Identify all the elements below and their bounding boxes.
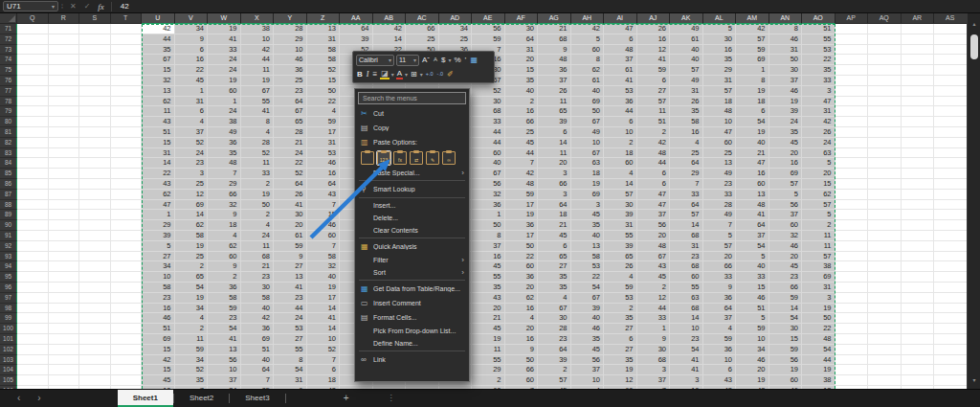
- cell-AH72[interactable]: 5: [571, 34, 605, 45]
- conditional-formatting-icon[interactable]: ▦: [469, 54, 479, 66]
- cell-AP100[interactable]: [835, 324, 869, 334]
- cell-AK72[interactable]: 61: [670, 34, 703, 45]
- menu-item-quick-analysis[interactable]: ▦Quick Analysis: [355, 239, 469, 254]
- cell-AN98[interactable]: 14: [769, 304, 803, 314]
- cell-S98[interactable]: [79, 304, 111, 314]
- cell-Q102[interactable]: [17, 345, 49, 355]
- cell-X82[interactable]: 28: [241, 138, 275, 148]
- cell-AN78[interactable]: 19: [769, 97, 803, 107]
- cell-R82[interactable]: [49, 138, 80, 148]
- row-header-96[interactable]: 96: [0, 283, 17, 293]
- cell-Q97[interactable]: [17, 293, 49, 304]
- cell-AN101[interactable]: 15: [769, 334, 803, 345]
- cell-W74[interactable]: 24: [208, 55, 241, 65]
- cell-AI74[interactable]: 37: [604, 55, 637, 65]
- cell-AG72[interactable]: 68: [538, 34, 571, 45]
- cell-R88[interactable]: [49, 200, 80, 211]
- cell-AH86[interactable]: 19: [571, 179, 605, 190]
- cell-AE91[interactable]: 8: [472, 231, 505, 241]
- menu-item-insert-comment[interactable]: ▭Insert Comment: [355, 296, 469, 310]
- cell-R101[interactable]: [49, 334, 80, 345]
- chevron-down-icon[interactable]: ▾: [420, 72, 423, 78]
- cell-AJ95[interactable]: 45: [637, 272, 671, 283]
- cell-S90[interactable]: [79, 220, 111, 231]
- cell-U75[interactable]: 15: [142, 65, 175, 76]
- cell-AP90[interactable]: [835, 220, 869, 231]
- cell-AQ99[interactable]: [868, 313, 902, 324]
- cell-AM101[interactable]: 10: [736, 334, 769, 345]
- cell-AP71[interactable]: [835, 24, 869, 34]
- cell-AQ97[interactable]: [868, 293, 902, 304]
- cell-AI72[interactable]: 6: [604, 34, 637, 45]
- cell-W93[interactable]: 60: [208, 252, 241, 262]
- cell-AK105[interactable]: 3: [670, 375, 703, 386]
- cell-AS78[interactable]: [934, 97, 967, 107]
- cell-Z78[interactable]: 22: [307, 97, 341, 107]
- cell-T101[interactable]: [111, 334, 143, 345]
- increase-decimal-icon[interactable]: +.0: [425, 68, 434, 80]
- cell-R96[interactable]: [49, 283, 80, 293]
- cell-AP88[interactable]: [835, 200, 869, 211]
- cell-AP86[interactable]: [835, 179, 869, 190]
- cell-AN85[interactable]: 69: [769, 169, 803, 179]
- column-header-AC[interactable]: AC: [406, 13, 439, 24]
- cell-AN72[interactable]: 46: [769, 34, 803, 45]
- cell-AH76[interactable]: 61: [571, 76, 605, 86]
- cell-X87[interactable]: 19: [241, 190, 275, 200]
- cell-AG93[interactable]: 65: [538, 252, 571, 262]
- cell-AE98[interactable]: 20: [472, 304, 505, 314]
- cell-V76[interactable]: 45: [175, 76, 209, 86]
- cell-Q78[interactable]: [17, 97, 49, 107]
- tab-sheet2[interactable]: Sheet2: [174, 390, 229, 407]
- cell-AO88[interactable]: 57: [802, 200, 835, 211]
- cell-V101[interactable]: 11: [175, 334, 209, 345]
- cell-AS85[interactable]: [934, 169, 967, 179]
- cell-V86[interactable]: 25: [175, 179, 209, 190]
- cell-V104[interactable]: 52: [175, 365, 209, 375]
- decrease-decimal-icon[interactable]: -.0: [436, 68, 444, 80]
- cell-AF105[interactable]: 60: [505, 375, 539, 386]
- cell-X73[interactable]: 42: [241, 45, 275, 56]
- cell-AG98[interactable]: 67: [538, 304, 571, 314]
- cell-AI81[interactable]: 10: [604, 127, 637, 138]
- cell-AH87[interactable]: 69: [571, 190, 605, 200]
- cell-Z71[interactable]: 13: [307, 24, 341, 34]
- cell-AE101[interactable]: 19: [472, 334, 505, 345]
- formula-bar-splitter[interactable]: ⁞: [61, 3, 63, 10]
- column-header-U[interactable]: U: [142, 13, 175, 24]
- cell-AR95[interactable]: [902, 272, 935, 283]
- cell-T85[interactable]: [111, 169, 143, 179]
- cell-AI75[interactable]: 61: [604, 65, 637, 76]
- cell-X79[interactable]: 41: [241, 106, 275, 117]
- cell-AL80[interactable]: 10: [703, 117, 737, 127]
- cell-S105[interactable]: [79, 375, 111, 386]
- comma-style-icon[interactable]: ’: [464, 54, 468, 66]
- cell-R98[interactable]: [49, 304, 80, 314]
- menu-item-clear-contents[interactable]: Clear Contents: [355, 224, 469, 237]
- row-header-91[interactable]: 91: [0, 231, 17, 241]
- cell-Y81[interactable]: 28: [274, 127, 307, 138]
- cell-AO71[interactable]: 51: [802, 24, 835, 34]
- cell-W100[interactable]: 54: [208, 324, 241, 334]
- cell-Z103[interactable]: 7: [307, 355, 341, 366]
- column-header-AF[interactable]: AF: [505, 13, 539, 24]
- cell-Q79[interactable]: [17, 106, 49, 117]
- cell-AK96[interactable]: 55: [670, 283, 703, 293]
- cell-AL78[interactable]: 18: [703, 97, 737, 107]
- cell-R75[interactable]: [49, 65, 80, 76]
- cell-AE77[interactable]: 52: [472, 86, 505, 97]
- cell-Z85[interactable]: 16: [307, 169, 341, 179]
- cell-Y95[interactable]: 13: [274, 272, 307, 283]
- cell-AJ103[interactable]: 68: [637, 355, 671, 366]
- cell-AR104[interactable]: [902, 365, 935, 375]
- cell-AQ105[interactable]: [868, 375, 902, 386]
- row-header-71[interactable]: 71: [0, 24, 17, 34]
- menu-item-paste-options[interactable]: ▥Paste Options:: [355, 135, 469, 149]
- cell-W104[interactable]: 10: [208, 365, 241, 375]
- cell-AK84[interactable]: 64: [670, 158, 703, 169]
- cell-AI73[interactable]: 48: [604, 45, 637, 56]
- cell-AP72[interactable]: [835, 34, 869, 45]
- cell-S86[interactable]: [79, 179, 111, 190]
- shrink-font-icon[interactable]: A: [433, 54, 438, 66]
- cell-AQ83[interactable]: [868, 148, 902, 159]
